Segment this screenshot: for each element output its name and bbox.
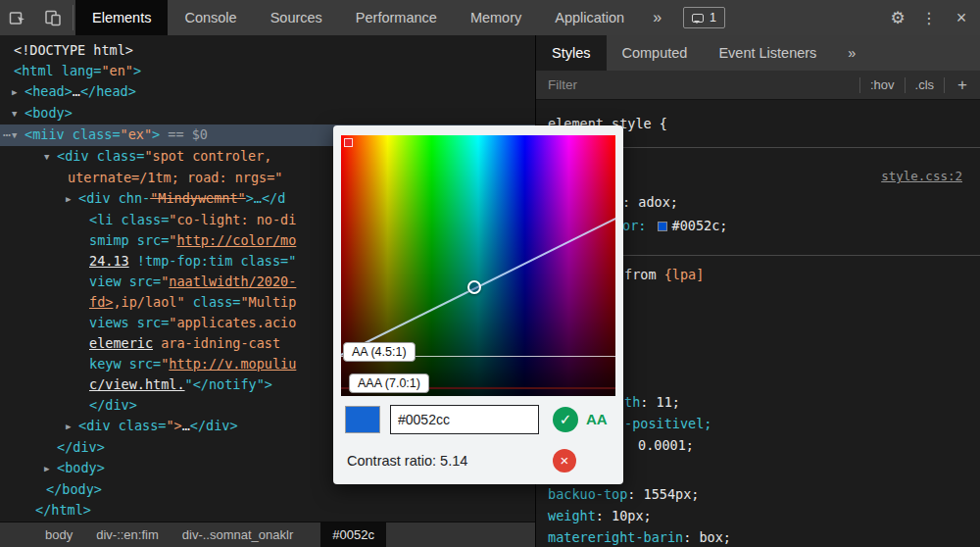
css-declaration[interactable]: matereright-barin: box; [548, 529, 731, 545]
code-segment: !tmp-fop:tim class=" [129, 253, 297, 269]
styles-filter-input[interactable] [536, 77, 859, 92]
tab-elements[interactable]: Elements [75, 0, 168, 35]
code-segment: uternate=/1tm; road: nrgs=" [68, 170, 282, 185]
code-segment: : [627, 486, 643, 502]
toggle-element-classes[interactable]: .cls [905, 77, 945, 93]
toggle-hover-state[interactable]: :hov [859, 77, 905, 93]
code-segment: … [73, 83, 80, 99]
breadcrumb: body div-::en:fim div-..somnat_onaklr #0… [0, 522, 535, 547]
toolbar-divider [73, 5, 74, 30]
tab-styles[interactable]: Styles [536, 35, 607, 71]
expand-arrow-icon[interactable]: ▼ [44, 147, 57, 168]
aa-contrast-label: AA (4.5:1) [343, 342, 416, 362]
hex-color-input[interactable] [390, 405, 539, 434]
dom-tree-node[interactable]: </html> [0, 500, 535, 521]
code-segment: matereright-barin [548, 529, 683, 545]
css-declaration[interactable]: -positivel; [624, 416, 711, 431]
tab-sources[interactable]: Sources [254, 0, 339, 35]
code-segment: "Mindywemnt" [150, 190, 246, 206]
current-color-swatch[interactable] [345, 406, 380, 433]
inspect-element-icon[interactable] [0, 0, 35, 35]
code-segment: 10px; [612, 508, 652, 523]
css-declaration[interactable]: backuo-top: 1554px; [548, 486, 699, 502]
code-segment: {lpa] [664, 267, 705, 282]
code-segment: </head> [80, 83, 136, 99]
expand-arrow-icon[interactable]: ▶ [66, 189, 78, 210]
css-declaration-color[interactable]: or: #0052c; [622, 218, 727, 233]
code-segment: "Multip [240, 294, 296, 310]
close-icon[interactable]: × [943, 8, 980, 28]
code-segment: fd> [89, 294, 113, 310]
tab-console[interactable]: Console [168, 0, 253, 35]
css-declaration[interactable]: 0.0001; [638, 437, 694, 453]
dom-tree-node[interactable]: ▼<body> [0, 103, 535, 124]
css-declaration[interactable]: : adox; [622, 194, 678, 210]
expand-arrow-icon[interactable]: ▶ [12, 82, 24, 103]
code-segment: <div class= [78, 418, 166, 433]
console-messages-badge[interactable]: 1 [683, 7, 725, 28]
breadcrumb-item-selected[interactable]: #0052c [320, 522, 386, 547]
color-picker-handle[interactable] [467, 280, 481, 294]
expand-arrow-icon[interactable]: ▼ [12, 104, 24, 124]
css-declaration[interactable]: th: 11; [624, 394, 680, 410]
code-segment: 24.13 [89, 253, 129, 269]
code-segment: > [152, 126, 160, 142]
keyframe-selector[interactable]: from {lpa] [624, 267, 704, 282]
menu-dots-icon[interactable]: ⋮ [915, 9, 943, 27]
code-segment: </html> [35, 502, 91, 518]
tab-event-listeners[interactable]: Event Listeners [703, 35, 832, 71]
device-glyph [44, 9, 62, 26]
dom-tree-node[interactable]: <!DOCTYPE html> [0, 40, 535, 61]
badge-count: 1 [710, 11, 716, 25]
tab-memory[interactable]: Memory [454, 0, 538, 35]
overflow-dots-icon: ⋯ [3, 124, 9, 145]
expand-arrow-icon[interactable]: ▼ [12, 125, 24, 146]
more-tabs-icon[interactable]: » [641, 9, 673, 26]
more-panels-icon[interactable]: » [832, 35, 871, 71]
code-segment: <body> [24, 105, 73, 121]
tab-computed[interactable]: Computed [607, 35, 704, 71]
code-segment: 1554px; [644, 486, 700, 502]
inspect-cursor-glyph [9, 9, 26, 26]
code-segment: </div> [57, 439, 105, 455]
contrast-ratio-text: Contrast ratio: 5.14 [347, 453, 467, 469]
message-bubble-icon [692, 14, 704, 23]
code-segment: : adox; [622, 194, 678, 210]
code-segment: class= [185, 294, 241, 310]
code-segment: c/view.html. [89, 376, 185, 392]
expand-arrow-icon[interactable]: ▶ [44, 459, 57, 479]
code-segment: : [596, 508, 612, 523]
code-segment: "applicates.acio [169, 315, 296, 330]
code-segment: "</notify"> [185, 376, 272, 392]
color-picker-dialog: AA (4.5:1) AAA (7.0:1) ✓ AA Contrast rat… [333, 125, 623, 484]
code-segment: <head> [24, 83, 73, 99]
code-segment: elemeric [89, 335, 153, 351]
device-toolbar-icon[interactable] [35, 0, 71, 35]
breadcrumb-item-div1[interactable]: div-::en:fim [84, 522, 171, 547]
color-gradient-area[interactable]: AA (4.5:1) AAA (7.0:1) [341, 135, 615, 396]
code-segment: box; [699, 529, 731, 545]
settings-gear-icon[interactable]: ⚙ [880, 8, 915, 28]
code-segment: weight [548, 508, 596, 523]
aaa-fail-cross-icon: × [553, 449, 576, 472]
code-segment: "> [166, 418, 181, 433]
code-segment: "co-light: no-di [169, 212, 296, 227]
css-declaration[interactable]: weight: 10px; [548, 508, 652, 523]
stylesheet-source-link[interactable]: style.css:2 [881, 169, 962, 183]
code-segment: naatlwidth/2020- [169, 274, 296, 289]
code-segment: keyw src= [89, 356, 161, 372]
dom-tree-node[interactable]: ▶<head>…</head> [0, 81, 535, 103]
breadcrumb-item-body[interactable]: body [33, 522, 84, 547]
new-style-rule-button[interactable]: + [944, 77, 980, 93]
code-segment: </div> [190, 418, 238, 433]
breadcrumb-item-div2[interactable]: div-..somnat_onaklr [171, 522, 305, 547]
code-segment: … [182, 418, 190, 433]
code-segment: "en" [101, 63, 133, 78]
tab-performance[interactable]: Performance [339, 0, 454, 35]
code-segment: or: [622, 218, 655, 233]
expand-arrow-icon[interactable]: ▶ [66, 417, 78, 437]
code-segment: http://color/mo [176, 232, 296, 248]
dom-tree-node[interactable]: <html lang="en"> [0, 61, 535, 81]
code-segment: </body> [46, 481, 102, 497]
tab-application[interactable]: Application [538, 0, 641, 35]
